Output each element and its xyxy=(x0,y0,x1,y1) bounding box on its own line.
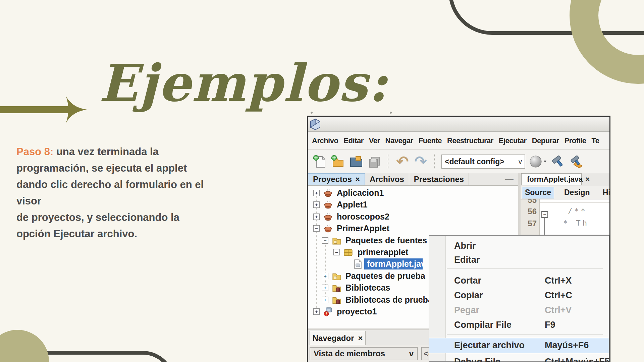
web-browser-button[interactable] xyxy=(529,154,547,169)
collapse-icon[interactable]: − xyxy=(313,225,320,232)
shortcut-label: Ctrl+C xyxy=(545,290,572,301)
expand-icon[interactable]: + xyxy=(322,285,328,291)
undo-button[interactable]: ↶ xyxy=(395,154,410,169)
menu-item-abrir[interactable]: Abrir xyxy=(429,239,609,253)
expand-icon[interactable]: + xyxy=(313,308,320,315)
expand-icon[interactable]: + xyxy=(313,190,320,196)
editor-gutter: 55 56 57 xyxy=(521,199,540,235)
project-icon xyxy=(323,188,333,198)
menu-ejecutar[interactable]: Ejecutar xyxy=(499,136,527,145)
open-project-button[interactable] xyxy=(349,154,364,169)
tree-row[interactable]: + Aplicacion1 xyxy=(308,187,518,199)
new-file-button[interactable] xyxy=(313,154,327,169)
top-right-ring-shape xyxy=(570,0,644,84)
project-icon xyxy=(323,200,333,209)
window-titlebar[interactable] xyxy=(308,117,609,132)
collapse-icon[interactable]: − xyxy=(333,249,340,255)
project-icon xyxy=(323,212,333,222)
clean-build-button[interactable] xyxy=(569,154,584,169)
menu-item-copiar[interactable]: Copiar Ctrl+C xyxy=(429,288,609,302)
expand-icon[interactable]: + xyxy=(313,214,320,220)
paragraph-line: dando clic derecho al formulario en el xyxy=(16,176,238,193)
run-config-combobox[interactable]: <default config> v xyxy=(441,155,525,169)
expand-icon[interactable]: + xyxy=(322,273,328,279)
menu-profile[interactable]: Profile xyxy=(564,136,586,145)
netbeans-logo-icon xyxy=(310,118,321,130)
sources-folder-icon xyxy=(332,272,341,281)
menu-separator xyxy=(447,334,603,335)
build-project-button[interactable] xyxy=(551,154,566,169)
line-number: 56 xyxy=(528,207,537,216)
redo-button[interactable]: ↷ xyxy=(413,154,428,169)
shortcut-label: Ctrl+V xyxy=(545,305,572,315)
view-history-button[interactable]: Histo xyxy=(600,187,610,198)
netbeans-window: Archivo Editar Ver Navegar Fuente Reestr… xyxy=(307,116,610,362)
slide-title: Ejemplos: xyxy=(99,53,388,113)
hammer-icon xyxy=(551,155,565,169)
tab-proyectos[interactable]: Proyectos × xyxy=(308,173,365,185)
menu-item-debug-file[interactable]: Debug File Ctrl+Mayús+F5 xyxy=(429,355,609,362)
step-label: Paso 8: xyxy=(16,146,53,158)
chevron-down-icon: v xyxy=(519,158,522,166)
libraries-folder-icon xyxy=(332,283,341,293)
editor-tab-formapplet[interactable]: formApplet.java × xyxy=(521,173,582,185)
menu-editar[interactable]: Editar xyxy=(343,136,363,145)
shortcut-label: Ctrl+Mayús+F5 xyxy=(545,357,610,362)
menu-item-cortar[interactable]: Cortar Ctrl+X xyxy=(429,274,609,288)
close-icon[interactable]: × xyxy=(358,334,363,343)
line-number-partial: 55 xyxy=(528,199,537,205)
minimize-panel-button[interactable]: — xyxy=(505,174,514,185)
menu-item-pegar: Pegar Ctrl+V xyxy=(429,303,609,317)
members-view-combobox[interactable]: Vista de miembros v xyxy=(310,347,418,360)
paragraph-line: opción Ejecutar archivo. xyxy=(16,226,238,242)
shortcut-label: Ctrl+X xyxy=(545,276,572,286)
new-file-icon xyxy=(313,155,327,169)
expand-icon[interactable]: + xyxy=(313,201,320,208)
menu-item-ejecutar-archivo[interactable]: Ejecutar archivo Mayús+F6 xyxy=(429,338,609,353)
tree-row[interactable]: + Applet1 xyxy=(308,199,518,210)
expand-icon[interactable]: + xyxy=(322,297,328,303)
collapse-icon[interactable]: − xyxy=(322,237,328,244)
libraries-folder-icon xyxy=(332,295,341,305)
paragraph-line: de proyectos, y seleccionando la xyxy=(16,209,238,226)
menu-archivo[interactable]: Archivo xyxy=(312,136,338,145)
view-source-button[interactable]: Source xyxy=(522,187,554,198)
close-icon[interactable]: × xyxy=(355,175,360,184)
project-error-icon: ! xyxy=(323,307,333,317)
tab-archivos[interactable]: Archivos xyxy=(365,173,409,185)
project-icon xyxy=(323,224,333,233)
toolbar: ↶ ↷ <default config> v xyxy=(308,150,609,173)
close-icon[interactable]: × xyxy=(585,175,590,184)
menu-ver[interactable]: Ver xyxy=(369,136,380,145)
tab-navegador[interactable]: Navegador × xyxy=(310,331,366,345)
menu-team-cut[interactable]: Te xyxy=(591,136,599,145)
editor-view-toggle: Source Design Histo xyxy=(521,186,609,199)
menu-item-compilar-file[interactable]: Compilar File F9 xyxy=(429,318,609,332)
hammer-broom-icon xyxy=(569,155,583,169)
menu-fuente[interactable]: Fuente xyxy=(419,136,442,145)
code-line: * Th xyxy=(563,219,589,227)
paragraph-line: programación, se ejecuta el applet xyxy=(16,160,238,176)
tree-row[interactable]: + horoscopos2 xyxy=(308,211,518,223)
globe-icon xyxy=(529,155,547,169)
menu-separator xyxy=(447,268,603,269)
save-all-button[interactable] xyxy=(367,154,382,169)
menu-depurar[interactable]: Depurar xyxy=(532,136,559,145)
menu-navegar[interactable]: Navegar xyxy=(385,136,413,145)
menu-bar: Archivo Editar Ver Navegar Fuente Reestr… xyxy=(308,132,609,150)
chevron-down-icon: v xyxy=(409,349,414,358)
editor-code-area[interactable]: − /** * Th xyxy=(540,199,609,235)
menu-item-editar[interactable]: Editar xyxy=(429,253,609,267)
undo-icon: ↶ xyxy=(396,155,409,168)
decorative-dot xyxy=(390,112,392,114)
code-fold-icon[interactable]: − xyxy=(541,211,548,218)
java-file-icon xyxy=(354,259,362,269)
decorative-dot xyxy=(311,112,313,114)
new-project-button[interactable] xyxy=(331,154,345,169)
save-all-icon xyxy=(367,155,381,169)
package-icon xyxy=(343,248,353,257)
tab-prestaciones[interactable]: Prestaciones xyxy=(409,173,469,185)
tree-row[interactable]: − PrimerApplet xyxy=(308,223,518,234)
view-design-button[interactable]: Design xyxy=(561,187,593,198)
menu-reestructurar[interactable]: Reestructurar xyxy=(447,136,493,145)
